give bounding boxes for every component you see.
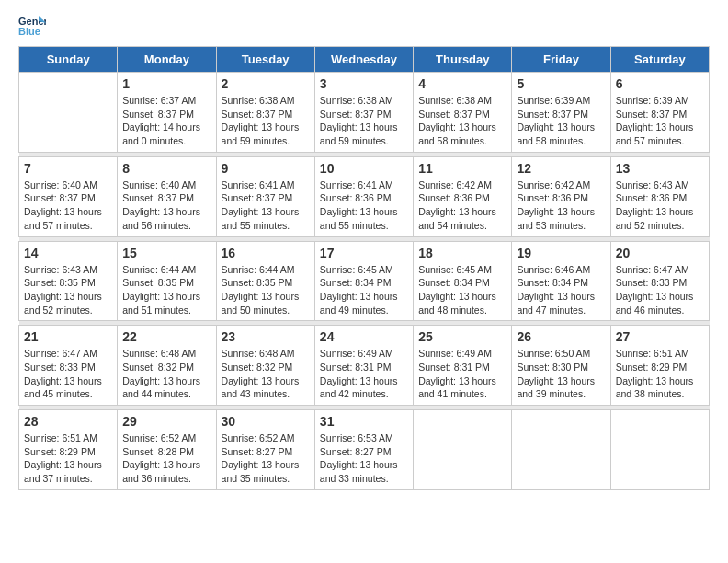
day-info: Sunrise: 6:51 AM Sunset: 8:29 PM Dayligh… [24,431,112,486]
day-number: 27 [616,329,704,344]
calendar-day-cell: 4Sunrise: 6:38 AM Sunset: 8:37 PM Daylig… [414,73,512,153]
calendar-day-cell: 20Sunrise: 6:47 AM Sunset: 8:33 PM Dayli… [610,241,709,321]
calendar-day-cell: 24Sunrise: 6:49 AM Sunset: 8:31 PM Dayli… [314,326,413,406]
calendar-day-cell: 7Sunrise: 6:40 AM Sunset: 8:37 PM Daylig… [19,156,118,236]
day-number: 1 [122,76,210,91]
calendar-day-cell: 23Sunrise: 6:48 AM Sunset: 8:32 PM Dayli… [216,326,314,406]
calendar-day-cell: 12Sunrise: 6:42 AM Sunset: 8:36 PM Dayli… [512,156,610,236]
day-number: 9 [222,161,310,176]
day-number: 15 [122,246,210,260]
day-number: 23 [222,329,310,344]
calendar-day-cell [414,410,512,490]
day-info: Sunrise: 6:38 AM Sunset: 8:37 PM Dayligh… [222,94,310,148]
calendar-day-cell: 8Sunrise: 6:40 AM Sunset: 8:37 PM Daylig… [118,156,216,236]
day-info: Sunrise: 6:51 AM Sunset: 8:29 PM Dayligh… [616,347,704,401]
day-info: Sunrise: 6:37 AM Sunset: 8:37 PM Dayligh… [122,94,210,148]
day-number: 10 [320,161,408,176]
calendar-week-2: 14Sunrise: 6:43 AM Sunset: 8:35 PM Dayli… [19,241,710,321]
day-number: 18 [418,246,506,260]
day-info: Sunrise: 6:52 AM Sunset: 8:27 PM Dayligh… [222,431,310,486]
day-info: Sunrise: 6:50 AM Sunset: 8:30 PM Dayligh… [517,347,605,401]
logo: General Blue [18,14,48,37]
calendar-day-cell: 6Sunrise: 6:39 AM Sunset: 8:37 PM Daylig… [610,73,709,153]
day-info: Sunrise: 6:43 AM Sunset: 8:36 PM Dayligh… [616,178,704,233]
calendar-day-cell: 17Sunrise: 6:45 AM Sunset: 8:34 PM Dayli… [314,241,413,321]
day-info: Sunrise: 6:53 AM Sunset: 8:27 PM Dayligh… [320,431,408,486]
day-info: Sunrise: 6:52 AM Sunset: 8:28 PM Dayligh… [122,431,210,486]
calendar-table: SundayMondayTuesdayWednesdayThursdayFrid… [18,46,710,490]
calendar-day-cell: 31Sunrise: 6:53 AM Sunset: 8:27 PM Dayli… [314,410,413,490]
day-info: Sunrise: 6:47 AM Sunset: 8:33 PM Dayligh… [24,347,112,401]
day-number: 12 [517,161,605,176]
day-number: 2 [222,76,310,91]
calendar-day-cell: 1Sunrise: 6:37 AM Sunset: 8:37 PM Daylig… [118,73,216,153]
calendar-day-cell: 26Sunrise: 6:50 AM Sunset: 8:30 PM Dayli… [512,326,610,406]
day-number: 31 [320,414,408,429]
calendar-week-4: 28Sunrise: 6:51 AM Sunset: 8:29 PM Dayli… [19,410,710,490]
day-number: 13 [616,161,704,176]
day-number: 29 [122,414,210,429]
day-info: Sunrise: 6:45 AM Sunset: 8:34 PM Dayligh… [418,263,506,317]
day-number: 17 [320,246,408,260]
logo-icon: General Blue [18,14,46,37]
calendar-day-cell: 19Sunrise: 6:46 AM Sunset: 8:34 PM Dayli… [512,241,610,321]
day-number: 21 [24,329,112,344]
calendar-body: 1Sunrise: 6:37 AM Sunset: 8:37 PM Daylig… [19,73,710,490]
day-number: 5 [517,76,605,91]
day-number: 8 [122,161,210,176]
calendar-week-0: 1Sunrise: 6:37 AM Sunset: 8:37 PM Daylig… [19,73,710,153]
calendar-day-cell: 13Sunrise: 6:43 AM Sunset: 8:36 PM Dayli… [610,156,709,236]
calendar-weekday-sunday: Sunday [19,47,118,73]
day-number: 28 [24,414,112,429]
calendar-day-cell: 27Sunrise: 6:51 AM Sunset: 8:29 PM Dayli… [610,326,709,406]
calendar-weekday-friday: Friday [512,47,610,73]
day-info: Sunrise: 6:44 AM Sunset: 8:35 PM Dayligh… [222,263,310,317]
day-number: 19 [517,246,605,260]
calendar-weekday-saturday: Saturday [610,47,709,73]
day-info: Sunrise: 6:45 AM Sunset: 8:34 PM Dayligh… [320,263,408,317]
calendar-day-cell: 16Sunrise: 6:44 AM Sunset: 8:35 PM Dayli… [216,241,314,321]
day-info: Sunrise: 6:48 AM Sunset: 8:32 PM Dayligh… [122,347,210,401]
day-info: Sunrise: 6:48 AM Sunset: 8:32 PM Dayligh… [222,347,310,401]
calendar-weekday-thursday: Thursday [414,47,512,73]
calendar-day-cell [610,410,709,490]
calendar-header-row: SundayMondayTuesdayWednesdayThursdayFrid… [19,47,710,73]
day-number: 22 [122,329,210,344]
day-number: 4 [418,76,506,91]
day-number: 16 [222,246,310,260]
day-info: Sunrise: 6:40 AM Sunset: 8:37 PM Dayligh… [122,178,210,233]
day-info: Sunrise: 6:42 AM Sunset: 8:36 PM Dayligh… [418,178,506,233]
day-info: Sunrise: 6:38 AM Sunset: 8:37 PM Dayligh… [320,94,408,148]
day-info: Sunrise: 6:46 AM Sunset: 8:34 PM Dayligh… [517,263,605,317]
calendar-day-cell [19,73,118,153]
calendar-weekday-wednesday: Wednesday [314,47,413,73]
day-number: 6 [616,76,704,91]
calendar-day-cell: 30Sunrise: 6:52 AM Sunset: 8:27 PM Dayli… [216,410,314,490]
calendar-day-cell: 11Sunrise: 6:42 AM Sunset: 8:36 PM Dayli… [414,156,512,236]
calendar-day-cell: 21Sunrise: 6:47 AM Sunset: 8:33 PM Dayli… [19,326,118,406]
day-info: Sunrise: 6:38 AM Sunset: 8:37 PM Dayligh… [418,94,506,148]
day-info: Sunrise: 6:43 AM Sunset: 8:35 PM Dayligh… [24,263,112,317]
day-info: Sunrise: 6:40 AM Sunset: 8:37 PM Dayligh… [24,178,112,233]
day-info: Sunrise: 6:39 AM Sunset: 8:37 PM Dayligh… [517,94,605,148]
day-info: Sunrise: 6:39 AM Sunset: 8:37 PM Dayligh… [616,94,704,148]
day-info: Sunrise: 6:42 AM Sunset: 8:36 PM Dayligh… [517,178,605,233]
calendar-weekday-monday: Monday [118,47,216,73]
header: General Blue [18,14,710,37]
calendar-day-cell: 28Sunrise: 6:51 AM Sunset: 8:29 PM Dayli… [19,410,118,490]
calendar-day-cell: 25Sunrise: 6:49 AM Sunset: 8:31 PM Dayli… [414,326,512,406]
day-info: Sunrise: 6:44 AM Sunset: 8:35 PM Dayligh… [122,263,210,317]
calendar-week-1: 7Sunrise: 6:40 AM Sunset: 8:37 PM Daylig… [19,156,710,236]
calendar-day-cell: 9Sunrise: 6:41 AM Sunset: 8:37 PM Daylig… [216,156,314,236]
calendar-day-cell: 3Sunrise: 6:38 AM Sunset: 8:37 PM Daylig… [314,73,413,153]
day-number: 14 [24,246,112,260]
calendar-week-3: 21Sunrise: 6:47 AM Sunset: 8:33 PM Dayli… [19,326,710,406]
day-number: 25 [418,329,506,344]
calendar-day-cell: 2Sunrise: 6:38 AM Sunset: 8:37 PM Daylig… [216,73,314,153]
calendar-day-cell: 10Sunrise: 6:41 AM Sunset: 8:36 PM Dayli… [314,156,413,236]
page-container: General Blue SundayMondayTuesdayWednesda… [0,0,728,504]
day-number: 3 [320,76,408,91]
calendar-day-cell: 18Sunrise: 6:45 AM Sunset: 8:34 PM Dayli… [414,241,512,321]
day-number: 20 [616,246,704,260]
svg-text:Blue: Blue [18,26,40,37]
